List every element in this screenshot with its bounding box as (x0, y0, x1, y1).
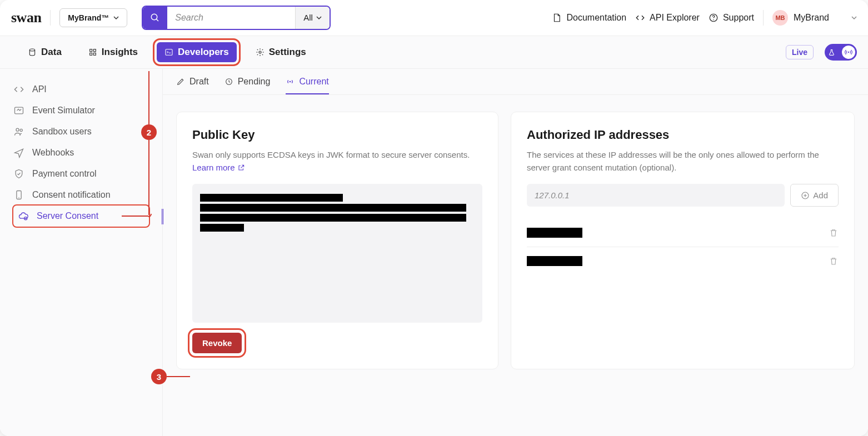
svg-point-12 (16, 128, 19, 131)
account-menu[interactable]: MB MyBrand (772, 10, 857, 26)
svg-rect-8 (166, 49, 172, 56)
plus-circle-icon (801, 191, 810, 200)
help-icon (709, 13, 719, 23)
nav-tab-developers[interactable]: Developers (157, 42, 237, 62)
database-icon (28, 48, 37, 57)
logo: swan (11, 9, 41, 26)
search-filter-dropdown[interactable]: All (295, 7, 330, 29)
sidebar-item-label: Sandbox users (32, 127, 92, 137)
cloud-check-icon (18, 211, 29, 222)
authorized-ips-description: The services at these IP addresses will … (527, 149, 839, 174)
svg-point-3 (29, 49, 34, 51)
sidebar-item-label: Server Consent (37, 211, 98, 221)
support-link[interactable]: Support (709, 13, 754, 23)
api-explorer-label: API Explorer (650, 13, 700, 23)
external-link-icon (237, 164, 245, 172)
nav-tab-label: Data (41, 47, 62, 58)
annotation-step-2: 2 (141, 124, 157, 140)
delete-ip-button[interactable] (829, 256, 839, 266)
annotation-connector (148, 140, 149, 215)
ip-row (527, 219, 839, 247)
search-filter-label: All (303, 13, 313, 22)
redacted-text (527, 256, 582, 266)
subtab-current[interactable]: Current (286, 77, 328, 94)
sidebar-item-payment-control[interactable]: Payment control (4, 163, 158, 184)
sidebar-item-webhooks[interactable]: Webhooks (4, 142, 158, 163)
authorized-ips-title: Authorized IP addresses (527, 128, 839, 142)
env-live-badge: Live (786, 45, 814, 59)
annotation-connector (122, 216, 148, 217)
terminal-icon (164, 48, 173, 57)
search-icon (150, 13, 160, 23)
subtab-draft[interactable]: Draft (176, 77, 209, 94)
redacted-text (200, 204, 466, 212)
nav-tab-data[interactable]: Data (20, 42, 69, 62)
trash-icon (829, 228, 839, 238)
environment-toggle[interactable] (825, 44, 857, 61)
sidebar-item-consent-notification[interactable]: Consent notification (4, 184, 158, 206)
add-ip-button[interactable]: Add (790, 184, 839, 207)
code-icon (13, 84, 24, 95)
documentation-link[interactable]: Documentation (552, 13, 626, 23)
chevron-down-icon (851, 15, 857, 21)
svg-point-9 (259, 51, 261, 53)
clock-icon (225, 77, 233, 86)
documentation-label: Documentation (566, 13, 626, 23)
redacted-text (200, 194, 343, 202)
divider (50, 10, 51, 26)
subtab-label: Current (299, 77, 328, 87)
svg-rect-7 (93, 53, 96, 55)
public-key-value (192, 184, 482, 323)
public-key-description: Swan only supports ECDSA keys in JWK for… (192, 149, 482, 174)
broadcast-icon (845, 48, 852, 56)
ip-row (527, 247, 839, 275)
svg-point-10 (848, 52, 849, 53)
sidebar-item-label: API (32, 84, 47, 94)
sidebar-item-sandbox-users[interactable]: Sandbox users (4, 121, 158, 142)
annotation-connector (167, 376, 190, 377)
annotation-connector (148, 71, 149, 125)
redacted-text (200, 224, 244, 232)
ip-address-input[interactable] (527, 184, 785, 207)
nav-tab-label: Settings (269, 47, 306, 58)
search-button[interactable] (143, 7, 167, 29)
users-icon (13, 126, 24, 137)
document-icon (552, 13, 562, 23)
svg-point-2 (713, 19, 714, 21)
svg-point-13 (20, 129, 22, 131)
svg-rect-4 (90, 49, 92, 52)
simulator-icon (13, 105, 24, 116)
svg-point-15 (18, 197, 19, 198)
support-label: Support (723, 13, 754, 23)
public-key-card: Public Key Swan only supports ECDSA keys… (176, 112, 498, 369)
send-icon (13, 147, 24, 158)
brand-selector[interactable]: MyBrand™ (59, 8, 127, 27)
sidebar-item-event-simulator[interactable]: Event Simulator (4, 100, 158, 121)
search-input[interactable] (167, 7, 295, 29)
add-button-label: Add (813, 191, 828, 200)
account-name: MyBrand (794, 13, 829, 23)
delete-ip-button[interactable] (829, 228, 839, 238)
sidebar-item-label: Consent notification (32, 190, 111, 200)
nav-tab-label: Developers (178, 47, 229, 58)
public-key-title: Public Key (192, 128, 482, 142)
sidebar-item-label: Payment control (32, 169, 97, 179)
subtab-label: Draft (189, 77, 209, 87)
gear-icon (256, 48, 265, 57)
brand-selector-label: MyBrand™ (68, 13, 109, 22)
nav-tab-settings[interactable]: Settings (248, 42, 314, 62)
learn-more-link[interactable]: Learn more (192, 163, 245, 172)
api-explorer-link[interactable]: API Explorer (635, 13, 700, 23)
svg-rect-5 (93, 49, 96, 52)
authorized-ips-card: Authorized IP addresses The services at … (511, 112, 855, 369)
nav-tab-label: Insights (102, 47, 138, 58)
pencil-icon (176, 77, 185, 86)
svg-rect-6 (90, 53, 92, 55)
nav-tab-insights[interactable]: Insights (81, 42, 146, 62)
revoke-button[interactable]: Revoke (192, 333, 242, 353)
divider (763, 10, 764, 26)
subtab-pending[interactable]: Pending (225, 77, 271, 94)
annotation-step-3: 3 (151, 369, 167, 384)
shield-check-icon (13, 168, 24, 179)
sidebar-item-api[interactable]: API (4, 79, 158, 100)
